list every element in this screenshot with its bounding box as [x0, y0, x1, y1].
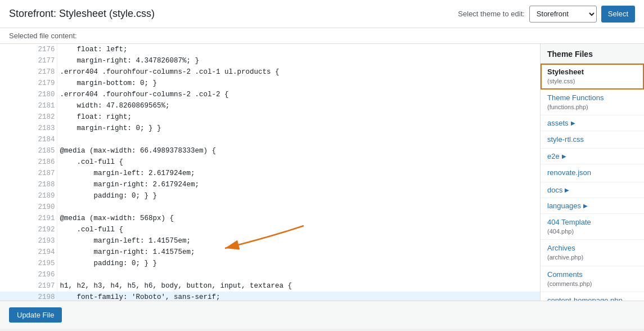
chevron-right-icon: ▶: [562, 153, 566, 159]
theme-files-sidebar: Theme Files Stylesheet(style.css)Theme F…: [540, 44, 644, 301]
selected-file-label: Selected file content:: [9, 32, 77, 40]
table-row: 2178.error404 .fourohfour-columns-2 .col…: [0, 66, 540, 78]
line-number: 2196: [0, 269, 57, 280]
theme-label: Select theme to edit:: [458, 10, 525, 18]
table-row: 2183 margin-right: 0; } }: [0, 123, 540, 134]
file-name: renovate.json: [547, 168, 637, 178]
sidebar-title: Theme Files: [541, 44, 644, 64]
line-code: .error404 .fourohfour-columns-2 .col-2 {: [57, 89, 540, 100]
line-number: 2182: [0, 111, 57, 123]
line-code: float: left;: [57, 44, 540, 55]
table-row: 2176 float: left;: [0, 44, 540, 55]
table-row: 2177 margin-right: 4.347826087%; }: [0, 55, 540, 66]
line-code: .error404 .fourohfour-columns-2 .col-1 u…: [57, 66, 540, 78]
line-number: 2183: [0, 123, 57, 134]
line-code: float: right;: [57, 111, 540, 123]
file-name: content-homepage.php: [547, 296, 637, 301]
folder-name: assets: [547, 119, 569, 127]
line-code: width: 47.8260869565%;: [57, 100, 540, 111]
line-code: h1, h2, h3, h4, h5, h6, body, button, in…: [57, 280, 540, 292]
sidebar-item-stylesheet[interactable]: Stylesheet(style.css): [541, 64, 644, 90]
file-name: Comments: [547, 270, 637, 280]
line-code: margin-right: 0; } }: [57, 123, 540, 134]
line-code: [57, 269, 540, 280]
line-number: 2191: [0, 213, 57, 224]
line-code: padding: 0; } }: [57, 258, 540, 269]
line-code: [57, 134, 540, 145]
line-number: 2190: [0, 202, 57, 213]
top-bar: Storefront: Stylesheet (style.css) Selec…: [0, 0, 644, 28]
sidebar-item-e2e[interactable]: e2e ▶: [541, 149, 644, 164]
table-row: 2193 margin-left: 1.41575em;: [0, 235, 540, 247]
table-row: 2190: [0, 202, 540, 213]
line-code: @media (max-width: 568px) {: [57, 213, 540, 224]
file-name: 404 Template: [547, 217, 637, 227]
code-scroll-area[interactable]: 2176 float: left;2177 margin-right: 4.34…: [0, 44, 540, 301]
file-name: Theme Functions: [547, 93, 637, 103]
table-row: 2179 margin-bottom: 0; }: [0, 78, 540, 89]
table-row: 2182 float: right;: [0, 111, 540, 123]
sidebar-item-renovate[interactable]: renovate.json: [541, 164, 644, 182]
file-sub: (functions.php): [547, 103, 637, 111]
sidebar-item-theme-functions[interactable]: Theme Functions(functions.php): [541, 90, 644, 116]
folder-name: languages: [547, 202, 581, 210]
file-sub: (404.php): [547, 227, 637, 236]
line-code: margin-bottom: 0; }: [57, 78, 540, 89]
sidebar-item-style-rtl[interactable]: style-rtl.css: [541, 131, 644, 149]
line-number: 2177: [0, 55, 57, 66]
chevron-right-icon: ▶: [571, 120, 575, 126]
file-list: Stylesheet(style.css)Theme Functions(fun…: [541, 64, 644, 301]
theme-selector-area: Select theme to edit: Storefront Select: [458, 6, 635, 23]
line-number: 2193: [0, 235, 57, 247]
table-row: 2196: [0, 269, 540, 280]
table-row: 2186 .col-full {: [0, 156, 540, 168]
table-row: 2194 margin-right: 1.41575em;: [0, 247, 540, 258]
select-button[interactable]: Select: [601, 6, 635, 23]
table-row: 2185@media (max-width: 66.4989378333em) …: [0, 145, 540, 156]
line-code: margin-right: 1.41575em;: [57, 247, 540, 258]
code-editor-container: 2176 float: left;2177 margin-right: 4.34…: [0, 44, 540, 301]
sidebar-item-archives[interactable]: Archives(archive.php): [541, 240, 644, 266]
line-code: margin-right: 2.617924em;: [57, 179, 540, 190]
line-number: 2184: [0, 134, 57, 145]
file-name: Stylesheet: [547, 67, 637, 77]
line-number: 2180: [0, 89, 57, 100]
chevron-right-icon: ▶: [565, 187, 569, 193]
update-file-button[interactable]: Update File: [9, 307, 62, 323]
theme-dropdown[interactable]: Storefront: [529, 6, 597, 23]
table-row: 2188 margin-right: 2.617924em;: [0, 179, 540, 190]
line-code: @media (max-width: 66.4989378333em) {: [57, 145, 540, 156]
sidebar-item-assets[interactable]: assets ▶: [541, 115, 644, 131]
file-name: style-rtl.css: [547, 135, 637, 145]
line-code: padding: 0; } }: [57, 190, 540, 202]
chevron-right-icon: ▶: [583, 203, 588, 209]
line-code: [57, 202, 540, 213]
line-code: .col-full {: [57, 156, 540, 168]
sidebar-item-comments[interactable]: Comments(comments.php): [541, 266, 644, 293]
table-row: 2184: [0, 134, 540, 145]
sidebar-item-languages[interactable]: languages ▶: [541, 198, 644, 214]
line-number: 2189: [0, 190, 57, 202]
table-row: 2187 margin-left: 2.617924em;: [0, 168, 540, 179]
line-code: .col-full {: [57, 224, 540, 235]
bottom-bar: Update File: [0, 301, 644, 329]
main-layout: 2176 float: left;2177 margin-right: 4.34…: [0, 44, 644, 301]
folder-name: docs: [547, 186, 562, 194]
file-name: Archives: [547, 243, 637, 253]
sidebar-item-docs[interactable]: docs ▶: [541, 182, 644, 198]
line-number: 2178: [0, 66, 57, 78]
line-number: 2195: [0, 258, 57, 269]
sidebar-item-404-template[interactable]: 404 Template(404.php): [541, 214, 644, 240]
line-code: margin-left: 2.617924em;: [57, 168, 540, 179]
line-number: 2185: [0, 145, 57, 156]
line-code: font-family: 'Roboto', sans-serif;: [57, 292, 540, 301]
line-number: 2187: [0, 168, 57, 179]
file-sub: (style.css): [547, 77, 637, 86]
page-title: Storefront: Stylesheet (style.css): [9, 8, 155, 20]
code-table: 2176 float: left;2177 margin-right: 4.34…: [0, 44, 540, 301]
sidebar-item-content-homepage[interactable]: content-homepage.php: [541, 292, 644, 301]
table-row: 2198 font-family: 'Roboto', sans-serif;: [0, 292, 540, 301]
line-number: 2194: [0, 247, 57, 258]
line-number: 2179: [0, 78, 57, 89]
folder-name: e2e: [547, 152, 560, 160]
